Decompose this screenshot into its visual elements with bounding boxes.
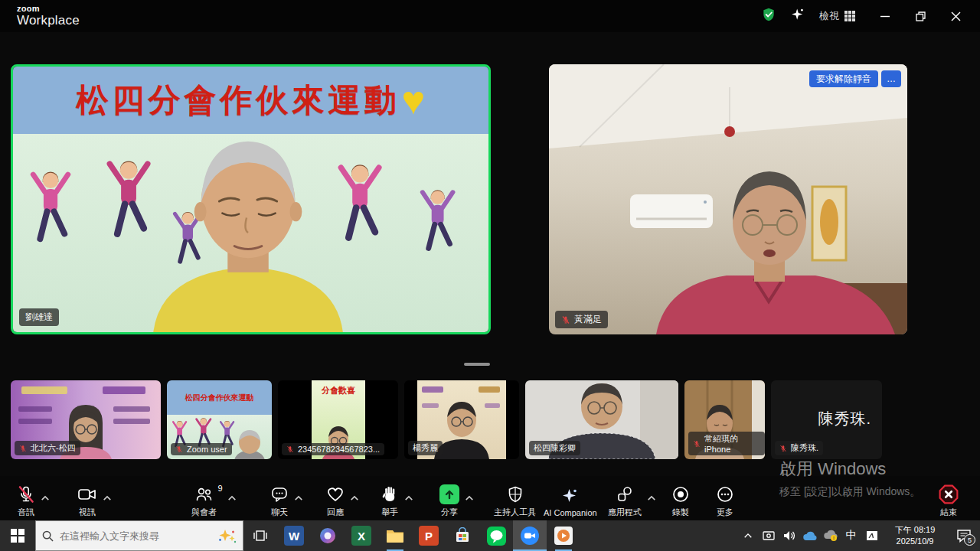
participant-name-label: 楊秀麗 <box>408 441 443 455</box>
reactions-label: 回應 <box>327 507 344 518</box>
ai-companion-sparkle-icon[interactable] <box>790 7 805 25</box>
video-camera-icon <box>77 485 97 504</box>
security-shield-icon[interactable] <box>761 7 776 25</box>
reactions-button[interactable]: 回應 <box>326 478 345 518</box>
participant-name-label: 陳秀珠. <box>775 441 823 455</box>
filmstrip-tile[interactable]: 北北六-松四 <box>11 380 161 459</box>
touch-keyboard-icon[interactable] <box>861 520 882 551</box>
more-button[interactable]: 更多 <box>716 478 734 518</box>
participant-name-label: 劉雄達 <box>19 308 59 326</box>
end-meeting-button[interactable]: 結束 <box>939 478 959 518</box>
task-view-button[interactable] <box>243 520 277 551</box>
filmstrip-tile[interactable]: 常紹琪的iPhone <box>684 380 765 459</box>
video-tile-speaker-2[interactable]: 要求解除靜音 … 黃滿足 <box>549 64 907 334</box>
restore-button[interactable] <box>905 5 936 28</box>
reactions-options-caret[interactable] <box>350 491 359 504</box>
media-player-app-icon[interactable] <box>547 520 580 551</box>
shared-banner: 松四分會作伙來運動 ♥ <box>13 67 488 134</box>
apps-button[interactable]: 應用程式 <box>608 478 642 518</box>
raise-hand-options-caret[interactable] <box>404 491 413 504</box>
word-app-icon[interactable]: W <box>277 520 311 551</box>
poster-text: 松四分會作伙來運動 <box>185 393 254 403</box>
host-tools-button[interactable]: 主持人工具 <box>494 478 536 518</box>
air-conditioner <box>630 194 713 228</box>
filmstrip-resize-handle[interactable] <box>464 363 490 366</box>
record-button[interactable]: 錄製 <box>671 478 690 518</box>
raise-hand-button[interactable]: 舉手 <box>381 478 399 518</box>
audio-options-caret[interactable] <box>41 491 50 504</box>
ask-to-unmute-button[interactable]: 要求解除靜音 <box>809 70 878 87</box>
video-button[interactable]: 視訊 <box>77 478 97 518</box>
video-label: 視訊 <box>79 507 96 518</box>
ime-indicator[interactable]: 中 <box>841 520 861 551</box>
video-options-caret[interactable] <box>103 491 112 504</box>
microsoft-store-icon[interactable] <box>446 520 479 551</box>
participant-head <box>153 142 343 332</box>
filmstrip-tile[interactable]: 松四分會作伙來運動 Z <box>167 380 272 459</box>
chat-label: 聊天 <box>271 507 288 518</box>
ai-companion-button[interactable]: AI Companion <box>544 480 597 517</box>
file-explorer-icon[interactable] <box>378 520 412 551</box>
participant-name-label: 常紹琪的iPhone <box>688 432 765 455</box>
line-app-icon[interactable] <box>479 520 513 551</box>
apps-options-caret[interactable] <box>647 491 656 504</box>
powerpoint-app-icon[interactable]: P <box>412 520 446 551</box>
search-icon <box>42 530 54 542</box>
banner-text: 松四分會作伙來運動 <box>77 79 400 122</box>
cloud-warning-icon[interactable]: ! <box>820 520 841 551</box>
taskbar-search[interactable] <box>35 520 243 551</box>
excel-app-icon[interactable]: X <box>345 520 378 551</box>
start-button[interactable] <box>0 520 35 551</box>
volume-icon[interactable] <box>779 520 799 551</box>
participants-options-caret[interactable] <box>227 491 237 504</box>
view-button[interactable]: 檢視 <box>819 9 856 23</box>
zoom-workplace-logo: zoom Workplace <box>17 5 80 27</box>
filmstrip-tile[interactable]: 分會歡喜 2345678234567823... <box>278 380 398 459</box>
chat-bubble-icon <box>270 485 289 504</box>
zoom-app-icon[interactable] <box>513 520 547 551</box>
action-center-button[interactable]: 5 <box>948 520 980 551</box>
more-label: 更多 <box>717 507 733 518</box>
muted-mic-icon <box>779 444 787 453</box>
audio-button[interactable]: 音訊 <box>17 478 35 518</box>
shield-icon <box>506 485 524 504</box>
filmstrip-tile[interactable]: 松四陳彩卿 <box>525 380 678 459</box>
search-input[interactable] <box>60 530 211 542</box>
share-options-caret[interactable] <box>465 491 474 504</box>
filmstrip-tile[interactable]: 楊秀麗 <box>404 380 519 459</box>
participants-button[interactable]: 9 與會者 <box>191 478 217 518</box>
display-name-text: 陳秀珠. <box>818 409 871 429</box>
share-screen-icon <box>439 485 459 504</box>
close-button[interactable] <box>940 5 971 28</box>
record-icon <box>671 485 690 504</box>
grid-view-icon <box>844 10 856 22</box>
participant-name-label: 松四陳彩卿 <box>529 441 580 455</box>
svg-text:!: ! <box>833 536 835 541</box>
participant-name-label: Zoom user <box>171 443 232 455</box>
onedrive-icon[interactable] <box>799 520 820 551</box>
muted-mic-icon <box>175 445 183 454</box>
taskbar-clock[interactable]: 下午 08:19 2025/10/9 <box>882 524 948 547</box>
minimize-button[interactable] <box>870 5 900 28</box>
clock-date: 2025/10/9 <box>882 536 948 547</box>
chat-button[interactable]: 聊天 <box>270 478 289 518</box>
participant-name: Zoom user <box>187 445 227 454</box>
share-screen-button[interactable]: 分享 <box>439 478 459 518</box>
chat-options-caret[interactable] <box>294 491 303 504</box>
participant-name-label: 黃滿足 <box>555 311 608 328</box>
end-meeting-icon <box>939 485 959 504</box>
participant-name-label: 北北六-松四 <box>15 441 80 455</box>
tile-more-options-button[interactable]: … <box>881 70 901 87</box>
muted-mic-icon <box>561 315 570 325</box>
apps-label: 應用程式 <box>608 507 642 518</box>
record-label: 錄製 <box>672 507 689 518</box>
zoom-meeting-window: zoom Workplace 檢視 <box>0 0 980 551</box>
video-tile-active-speaker[interactable]: 松四分會作伙來運動 ♥ <box>11 64 491 334</box>
tray-chevron-icon[interactable] <box>737 520 758 551</box>
poster-text: 分會歡喜 <box>312 385 365 396</box>
cast-screen-icon[interactable] <box>758 520 779 551</box>
filmstrip-tile[interactable]: 陳秀珠. 陳秀珠. <box>771 380 882 459</box>
end-label: 結束 <box>940 507 957 518</box>
copilot-app-icon[interactable] <box>311 520 345 551</box>
video-thumbnail <box>13 134 488 332</box>
